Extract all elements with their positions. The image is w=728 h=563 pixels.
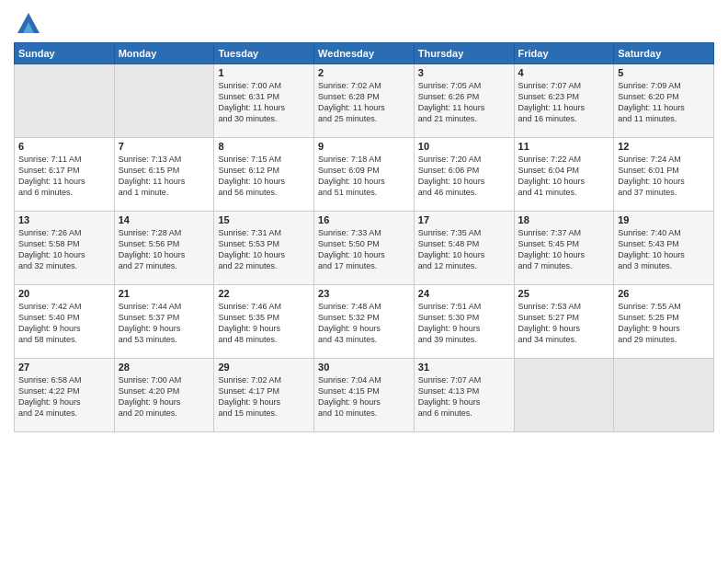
day-info: Sunrise: 7:07 AM Sunset: 4:13 PM Dayligh… — [418, 374, 510, 419]
day-info: Sunrise: 7:44 AM Sunset: 5:37 PM Dayligh… — [119, 301, 210, 346]
day-number: 28 — [119, 362, 210, 373]
day-info: Sunrise: 7:15 AM Sunset: 6:12 PM Dayligh… — [218, 154, 310, 199]
day-info: Sunrise: 7:31 AM Sunset: 5:53 PM Dayligh… — [218, 227, 310, 272]
day-number: 14 — [119, 214, 210, 225]
day-of-week-monday: Monday — [114, 43, 214, 64]
calendar-cell: 3Sunrise: 7:05 AM Sunset: 6:26 PM Daylig… — [414, 64, 514, 138]
day-number: 17 — [418, 214, 510, 225]
day-info: Sunrise: 7:02 AM Sunset: 4:17 PM Dayligh… — [218, 374, 310, 419]
week-row-4: 20Sunrise: 7:42 AM Sunset: 5:40 PM Dayli… — [15, 285, 714, 359]
day-info: Sunrise: 7:00 AM Sunset: 4:20 PM Dayligh… — [119, 374, 210, 419]
day-info: Sunrise: 7:02 AM Sunset: 6:28 PM Dayligh… — [318, 80, 410, 125]
week-row-2: 6Sunrise: 7:11 AM Sunset: 6:17 PM Daylig… — [15, 138, 714, 212]
logo-icon — [16, 9, 41, 35]
day-number: 2 — [318, 67, 410, 78]
day-number: 16 — [318, 214, 410, 225]
day-info: Sunrise: 7:24 AM Sunset: 6:01 PM Dayligh… — [618, 154, 710, 199]
calendar-cell: 11Sunrise: 7:22 AM Sunset: 6:04 PM Dayli… — [514, 138, 614, 212]
calendar-cell: 18Sunrise: 7:37 AM Sunset: 5:45 PM Dayli… — [514, 212, 614, 285]
day-number: 15 — [218, 214, 310, 225]
day-number: 29 — [218, 362, 310, 373]
page: SundayMondayTuesdayWednesdayThursdayFrid… — [0, 0, 728, 563]
day-info: Sunrise: 7:51 AM Sunset: 5:30 PM Dayligh… — [418, 301, 510, 346]
day-number: 20 — [18, 288, 110, 299]
calendar-cell: 28Sunrise: 7:00 AM Sunset: 4:20 PM Dayli… — [114, 359, 214, 432]
day-number: 19 — [618, 214, 710, 225]
day-info: Sunrise: 7:22 AM Sunset: 6:04 PM Dayligh… — [518, 154, 610, 199]
calendar-cell: 2Sunrise: 7:02 AM Sunset: 6:28 PM Daylig… — [314, 64, 415, 138]
day-info: Sunrise: 7:20 AM Sunset: 6:06 PM Dayligh… — [418, 154, 510, 199]
day-info: Sunrise: 7:42 AM Sunset: 5:40 PM Dayligh… — [18, 301, 110, 346]
day-number: 5 — [618, 67, 710, 78]
day-info: Sunrise: 7:37 AM Sunset: 5:45 PM Dayligh… — [518, 227, 610, 272]
calendar-cell — [614, 359, 714, 432]
day-number: 18 — [518, 214, 610, 225]
week-row-1: 1Sunrise: 7:00 AM Sunset: 6:31 PM Daylig… — [15, 64, 714, 138]
day-info: Sunrise: 7:04 AM Sunset: 4:15 PM Dayligh… — [318, 374, 410, 419]
calendar-cell: 29Sunrise: 7:02 AM Sunset: 4:17 PM Dayli… — [214, 359, 314, 432]
day-info: Sunrise: 7:09 AM Sunset: 6:20 PM Dayligh… — [618, 80, 710, 125]
day-number: 9 — [318, 141, 410, 152]
week-row-3: 13Sunrise: 7:26 AM Sunset: 5:58 PM Dayli… — [15, 212, 714, 285]
calendar-cell: 20Sunrise: 7:42 AM Sunset: 5:40 PM Dayli… — [15, 285, 115, 359]
day-of-week-tuesday: Tuesday — [214, 43, 314, 64]
calendar-cell: 16Sunrise: 7:33 AM Sunset: 5:50 PM Dayli… — [314, 212, 415, 285]
calendar-header-row: SundayMondayTuesdayWednesdayThursdayFrid… — [15, 43, 714, 64]
day-info: Sunrise: 7:07 AM Sunset: 6:23 PM Dayligh… — [518, 80, 610, 125]
day-info: Sunrise: 7:40 AM Sunset: 5:43 PM Dayligh… — [618, 227, 710, 272]
calendar-cell: 30Sunrise: 7:04 AM Sunset: 4:15 PM Dayli… — [314, 359, 415, 432]
calendar-cell: 24Sunrise: 7:51 AM Sunset: 5:30 PM Dayli… — [414, 285, 514, 359]
calendar-cell: 17Sunrise: 7:35 AM Sunset: 5:48 PM Dayli… — [414, 212, 514, 285]
day-info: Sunrise: 7:26 AM Sunset: 5:58 PM Dayligh… — [18, 227, 110, 272]
day-number: 11 — [518, 141, 610, 152]
calendar-cell: 9Sunrise: 7:18 AM Sunset: 6:09 PM Daylig… — [314, 138, 415, 212]
calendar-cell: 6Sunrise: 7:11 AM Sunset: 6:17 PM Daylig… — [15, 138, 115, 212]
day-number: 25 — [518, 288, 610, 299]
week-row-5: 27Sunrise: 6:58 AM Sunset: 4:22 PM Dayli… — [15, 359, 714, 432]
calendar-cell: 5Sunrise: 7:09 AM Sunset: 6:20 PM Daylig… — [614, 64, 714, 138]
day-info: Sunrise: 7:48 AM Sunset: 5:32 PM Dayligh… — [318, 301, 410, 346]
day-info: Sunrise: 7:13 AM Sunset: 6:15 PM Dayligh… — [119, 154, 210, 199]
day-of-week-friday: Friday — [514, 43, 614, 64]
calendar-cell: 13Sunrise: 7:26 AM Sunset: 5:58 PM Dayli… — [15, 212, 115, 285]
day-of-week-thursday: Thursday — [414, 43, 514, 64]
calendar-cell: 25Sunrise: 7:53 AM Sunset: 5:27 PM Dayli… — [514, 285, 614, 359]
day-info: Sunrise: 7:53 AM Sunset: 5:27 PM Dayligh… — [518, 301, 610, 346]
day-number: 30 — [318, 362, 410, 373]
calendar-cell: 19Sunrise: 7:40 AM Sunset: 5:43 PM Dayli… — [614, 212, 714, 285]
calendar-cell: 7Sunrise: 7:13 AM Sunset: 6:15 PM Daylig… — [114, 138, 214, 212]
calendar-cell: 12Sunrise: 7:24 AM Sunset: 6:01 PM Dayli… — [614, 138, 714, 212]
logo — [14, 9, 41, 35]
calendar-cell — [15, 64, 115, 138]
day-number: 26 — [618, 288, 710, 299]
day-of-week-wednesday: Wednesday — [314, 43, 415, 64]
calendar-cell: 26Sunrise: 7:55 AM Sunset: 5:25 PM Dayli… — [614, 285, 714, 359]
calendar-cell: 1Sunrise: 7:00 AM Sunset: 6:31 PM Daylig… — [214, 64, 314, 138]
day-number: 24 — [418, 288, 510, 299]
day-info: Sunrise: 7:00 AM Sunset: 6:31 PM Dayligh… — [218, 80, 310, 125]
day-info: Sunrise: 7:18 AM Sunset: 6:09 PM Dayligh… — [318, 154, 410, 199]
day-number: 1 — [218, 67, 310, 78]
calendar-cell: 15Sunrise: 7:31 AM Sunset: 5:53 PM Dayli… — [214, 212, 314, 285]
calendar-cell: 31Sunrise: 7:07 AM Sunset: 4:13 PM Dayli… — [414, 359, 514, 432]
day-info: Sunrise: 7:28 AM Sunset: 5:56 PM Dayligh… — [119, 227, 210, 272]
calendar-table: SundayMondayTuesdayWednesdayThursdayFrid… — [14, 42, 714, 432]
day-number: 12 — [618, 141, 710, 152]
header — [14, 9, 714, 35]
day-info: Sunrise: 7:11 AM Sunset: 6:17 PM Dayligh… — [18, 154, 110, 199]
day-of-week-sunday: Sunday — [15, 43, 115, 64]
day-info: Sunrise: 7:33 AM Sunset: 5:50 PM Dayligh… — [318, 227, 410, 272]
day-info: Sunrise: 6:58 AM Sunset: 4:22 PM Dayligh… — [18, 374, 110, 419]
calendar-cell: 27Sunrise: 6:58 AM Sunset: 4:22 PM Dayli… — [15, 359, 115, 432]
day-info: Sunrise: 7:35 AM Sunset: 5:48 PM Dayligh… — [418, 227, 510, 272]
calendar-cell — [114, 64, 214, 138]
calendar-cell: 10Sunrise: 7:20 AM Sunset: 6:06 PM Dayli… — [414, 138, 514, 212]
calendar-cell: 4Sunrise: 7:07 AM Sunset: 6:23 PM Daylig… — [514, 64, 614, 138]
day-number: 21 — [119, 288, 210, 299]
day-info: Sunrise: 7:05 AM Sunset: 6:26 PM Dayligh… — [418, 80, 510, 125]
day-number: 22 — [218, 288, 310, 299]
day-number: 10 — [418, 141, 510, 152]
day-number: 4 — [518, 67, 610, 78]
calendar-cell: 8Sunrise: 7:15 AM Sunset: 6:12 PM Daylig… — [214, 138, 314, 212]
day-number: 13 — [18, 214, 110, 225]
